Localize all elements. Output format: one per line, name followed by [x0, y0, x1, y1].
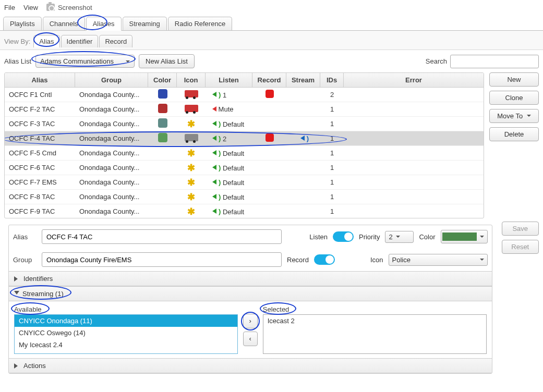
- detail-group-input[interactable]: [42, 252, 282, 267]
- viewby-label: View By:: [4, 38, 30, 45]
- available-label: Available: [14, 305, 42, 313]
- chevron-down-icon: [480, 259, 484, 263]
- new-button[interactable]: New: [489, 72, 539, 87]
- new-alias-list-button[interactable]: New Alias List: [139, 54, 195, 68]
- detail-listen-label: Listen: [309, 233, 328, 241]
- th-icon[interactable]: Icon: [177, 73, 206, 87]
- icon-value: Police: [392, 256, 411, 264]
- table-header: Alias Group Color Icon Listen Record Str…: [5, 73, 484, 88]
- table-body[interactable]: OCFC F1 CntlOnondaga County... 12OCFC F-…: [5, 88, 484, 218]
- detail-panel: Alias Listen Priority 2 Color Group: [8, 225, 492, 374]
- menu-file[interactable]: File: [4, 4, 15, 11]
- table-row[interactable]: OCFC F-4 TACOnondaga County... 21: [5, 131, 484, 146]
- chevron-left-icon: ‹: [249, 335, 251, 342]
- th-ids[interactable]: IDs: [320, 73, 344, 87]
- move-right-button[interactable]: ›: [243, 314, 258, 328]
- alias-table: Alias Group Color Icon Listen Record Str…: [4, 72, 484, 218]
- chevron-down-icon: [396, 236, 400, 240]
- chevron-right-icon: ›: [249, 317, 251, 325]
- viewby-tabs: View By: Alias Identifier Record: [0, 31, 543, 50]
- listen-toggle[interactable]: [333, 231, 354, 242]
- list-item[interactable]: CNYICC Onondaga (11): [15, 315, 237, 327]
- detail-alias-label: Alias: [13, 233, 37, 241]
- clone-button[interactable]: Clone: [489, 91, 539, 105]
- available-list[interactable]: CNYICC Onondaga (11)CNYICC Oswego (14)My…: [14, 314, 238, 354]
- table-row[interactable]: OCFC F-6 TACOnondaga County...✱ Default1: [5, 161, 484, 175]
- main-tabs: Playlists Channels Aliases Streaming Rad…: [0, 17, 543, 31]
- table-row[interactable]: OCFC F1 CntlOnondaga County... 12: [5, 88, 484, 102]
- side-buttons: New Clone Move To Delete: [489, 72, 539, 218]
- list-item[interactable]: Icecast 2: [263, 315, 486, 327]
- color-swatch: [442, 232, 477, 241]
- move-to-button[interactable]: Move To: [489, 109, 539, 123]
- table-row[interactable]: OCFC F-5 CmdOnondaga County...✱ Default1: [5, 146, 484, 161]
- list-item[interactable]: My Icecast 2.4: [15, 339, 237, 351]
- accordion-streaming[interactable]: Streaming (1): [9, 287, 492, 301]
- selected-label: Selected: [263, 305, 289, 313]
- menu-screenshot-label: Screenshot: [58, 4, 92, 11]
- th-color[interactable]: Color: [148, 73, 177, 87]
- table-row[interactable]: OCFC F-8 TACOnondaga County...✱ Default1: [5, 190, 484, 204]
- record-toggle[interactable]: [314, 254, 335, 265]
- move-left-button[interactable]: ‹: [243, 332, 258, 346]
- list-item[interactable]: CNYICC Oswego (14): [15, 327, 237, 339]
- main: Alias Group Color Icon Listen Record Str…: [0, 72, 543, 218]
- delete-button[interactable]: Delete: [489, 127, 539, 141]
- chevron-down-icon: [14, 291, 19, 297]
- th-listen[interactable]: Listen: [206, 73, 252, 87]
- th-group[interactable]: Group: [75, 73, 148, 87]
- accordion-streaming-label: Streaming (1): [22, 290, 64, 298]
- viewby-identifier[interactable]: Identifier: [61, 35, 99, 47]
- table-row[interactable]: OCFC F-3 TACOnondaga County...✱ Default1: [5, 117, 484, 131]
- streaming-body: Available CNYICC Onondaga (11)CNYICC Osw…: [9, 301, 492, 358]
- detail-alias-input[interactable]: [42, 229, 282, 244]
- detail-group-label: Group: [13, 256, 37, 264]
- table-row[interactable]: OCFC F-2 TACOnondaga County... Mute1: [5, 102, 484, 117]
- alias-list-label: Alias List: [4, 57, 31, 65]
- reset-button[interactable]: Reset: [502, 240, 539, 254]
- detail-color-label: Color: [419, 233, 435, 241]
- tab-aliases[interactable]: Aliases: [86, 17, 122, 31]
- search-input[interactable]: [450, 55, 539, 68]
- priority-combo[interactable]: 2: [385, 231, 414, 243]
- menu-view[interactable]: View: [23, 4, 38, 11]
- chevron-right-icon: [14, 276, 20, 281]
- chevron-down-icon: [126, 60, 130, 65]
- accordion-actions-label: Actions: [23, 362, 46, 370]
- th-stream[interactable]: Stream: [286, 73, 320, 87]
- move-to-label: Move To: [497, 112, 523, 120]
- chevron-down-icon: [480, 236, 484, 240]
- viewby-record[interactable]: Record: [99, 35, 132, 47]
- tab-streaming[interactable]: Streaming: [123, 17, 167, 30]
- accordion-actions[interactable]: Actions: [9, 359, 492, 373]
- accordion-identifiers-label: Identifiers: [23, 275, 53, 283]
- tab-playlists[interactable]: Playlists: [3, 17, 42, 30]
- th-error[interactable]: Error: [344, 73, 484, 87]
- menu-screenshot[interactable]: Screenshot: [46, 4, 92, 11]
- filter-row: Alias List Adams Communications New Alia…: [0, 50, 543, 72]
- detail-priority-label: Priority: [359, 233, 380, 241]
- alias-list-combo[interactable]: Adams Communications: [35, 55, 135, 68]
- table-row[interactable]: OCFC F-7 EMSOnondaga County...✱ Default1: [5, 175, 484, 190]
- save-button[interactable]: Save: [502, 222, 539, 236]
- th-alias[interactable]: Alias: [5, 73, 75, 87]
- menu-bar: File View Screenshot: [0, 0, 543, 15]
- tab-channels[interactable]: Channels: [43, 17, 85, 30]
- accordion-identifiers[interactable]: Identifiers: [9, 272, 492, 286]
- table-row[interactable]: OCFC F-9 TACOnondaga County...✱ Default1: [5, 204, 484, 218]
- viewby-alias[interactable]: Alias: [33, 35, 59, 47]
- chevron-down-icon: [527, 115, 531, 119]
- selected-list[interactable]: Icecast 2: [263, 314, 487, 354]
- alias-list-value: Adams Communications: [40, 57, 114, 65]
- icon-combo[interactable]: Police: [389, 254, 488, 266]
- search-label: Search: [426, 57, 447, 65]
- chevron-right-icon: [14, 363, 20, 369]
- detail-record-label: Record: [287, 256, 309, 264]
- detail-icon-label: Icon: [370, 256, 383, 264]
- th-record[interactable]: Record: [252, 73, 286, 87]
- color-combo[interactable]: [441, 230, 488, 243]
- camera-icon: [46, 4, 55, 11]
- tab-radio-reference[interactable]: Radio Reference: [168, 17, 233, 30]
- priority-value: 2: [389, 233, 392, 241]
